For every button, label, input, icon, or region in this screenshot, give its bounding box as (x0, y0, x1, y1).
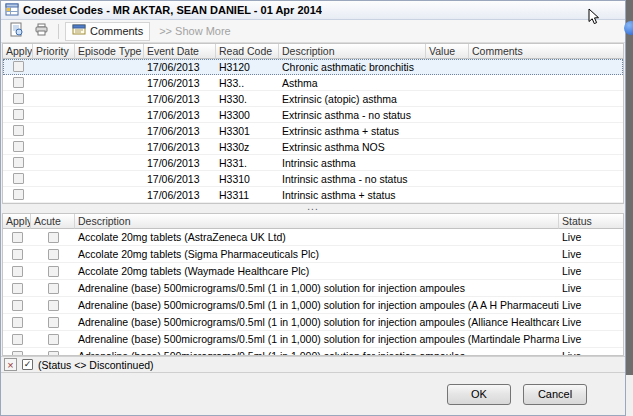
apply-cell (3, 280, 31, 296)
read-code-cell: H3300 (216, 107, 279, 122)
apply-checkbox[interactable] (13, 109, 24, 120)
apply-checkbox[interactable] (13, 93, 24, 104)
episode-type-cell (75, 91, 144, 106)
status-cell: Live (559, 348, 623, 355)
comments-cell (469, 139, 623, 154)
filter-label: (Status <> Discontinued) (38, 359, 154, 371)
drug-table-row[interactable]: Accolate 20mg tablets (Sigma Pharmaceuti… (3, 246, 623, 263)
codes-column-header-priority[interactable]: Priority (33, 44, 75, 59)
description-cell: Extrinsic (atopic) asthma (279, 91, 426, 106)
status-cell: Live (559, 314, 623, 330)
comments-button[interactable]: Comments (65, 22, 150, 41)
drugs-column-header-status[interactable]: Status (559, 214, 623, 229)
codes-column-header-episode-type[interactable]: Episode Type (75, 44, 144, 59)
acute-checkbox[interactable] (48, 249, 59, 260)
document-icon (9, 22, 24, 40)
apply-checkbox[interactable] (13, 125, 24, 136)
grid-splitter[interactable]: ... (2, 204, 624, 213)
comments-icon (72, 23, 86, 39)
preview-button[interactable] (5, 21, 27, 41)
apply-checkbox[interactable] (13, 77, 24, 88)
apply-checkbox[interactable] (12, 334, 23, 345)
codes-table-row[interactable]: 17/06/2013H3310Intrinsic asthma - no sta… (3, 171, 623, 187)
codes-table-row[interactable]: 17/06/2013H330.Extrinsic (atopic) asthma (3, 91, 623, 107)
title-bar[interactable]: Codeset Codes - MR AKTAR, SEAN DANIEL - … (1, 1, 625, 20)
description-cell: Intrinsic asthma + status (279, 187, 426, 202)
acute-checkbox[interactable] (48, 351, 59, 356)
codes-table-row[interactable]: 17/06/2013H3300Extrinsic asthma - no sta… (3, 107, 623, 123)
apply-cell (3, 155, 33, 170)
episode-type-cell (75, 75, 144, 90)
apply-checkbox[interactable] (13, 61, 24, 72)
drug-table-row[interactable]: Accolate 20mg tablets (Waymade Healthcar… (3, 263, 623, 280)
comments-cell (469, 171, 623, 186)
codes-table-row[interactable]: 17/06/2013H330zExtrinsic asthma NOS (3, 139, 623, 155)
apply-cell (3, 59, 33, 74)
window-icon (5, 3, 19, 17)
acute-cell (31, 331, 75, 347)
codes-table-row[interactable]: 17/06/2013H3301Extrinsic asthma + status (3, 123, 623, 139)
drugs-column-header-acute[interactable]: Acute (31, 214, 75, 229)
codes-table-row[interactable]: 17/06/2013H331.Intrinsic asthma (3, 155, 623, 171)
codes-column-header-comments[interactable]: Comments (469, 44, 623, 59)
description-cell: Adrenaline (base) 500micrograms/0.5ml (1… (75, 314, 559, 330)
event-date-cell: 17/06/2013 (144, 155, 216, 170)
codeset-codes-dialog: Codeset Codes - MR AKTAR, SEAN DANIEL - … (0, 0, 626, 416)
acute-cell (31, 229, 75, 245)
description-cell: Intrinsic asthma - no status (279, 171, 426, 186)
ok-button[interactable]: OK (447, 384, 511, 405)
comments-cell (469, 187, 623, 202)
codes-column-header-event-date[interactable]: Event Date (144, 44, 216, 59)
status-cell: Live (559, 263, 623, 279)
status-cell: Live (559, 297, 623, 313)
acute-checkbox[interactable] (48, 334, 59, 345)
acute-cell (31, 263, 75, 279)
description-cell: Adrenaline (base) 500micrograms/0.5ml (1… (75, 297, 559, 313)
print-button[interactable] (30, 21, 52, 41)
read-code-cell: H330. (216, 91, 279, 106)
drug-table-row[interactable]: Accolate 20mg tablets (AstraZeneca UK Lt… (3, 229, 623, 246)
drugs-column-header-description[interactable]: Description (75, 214, 559, 229)
acute-checkbox[interactable] (48, 317, 59, 328)
remove-filter-button[interactable]: × (4, 358, 17, 371)
description-cell: Adrenaline (base) 500micrograms/0.5ml (1… (75, 348, 559, 355)
drugs-column-header-apply[interactable]: Apply (3, 214, 31, 229)
episode-type-cell (75, 107, 144, 122)
comments-cell (469, 75, 623, 90)
codes-column-header-apply[interactable]: Apply (3, 44, 33, 59)
drug-table-row[interactable]: Adrenaline (base) 500micrograms/0.5ml (1… (3, 280, 623, 297)
description-cell: Intrinsic asthma (279, 155, 426, 170)
codes-column-header-read-code[interactable]: Read Code (216, 44, 279, 59)
apply-checkbox[interactable] (12, 249, 23, 260)
acute-checkbox[interactable] (48, 300, 59, 311)
apply-checkbox[interactable] (12, 300, 23, 311)
apply-checkbox[interactable] (13, 189, 24, 200)
apply-checkbox[interactable] (12, 317, 23, 328)
acute-checkbox[interactable] (48, 283, 59, 294)
apply-checkbox[interactable] (12, 232, 23, 243)
codes-table-row[interactable]: 17/06/2013H33..Asthma (3, 75, 623, 91)
comments-cell (469, 123, 623, 138)
apply-checkbox[interactable] (12, 266, 23, 277)
drug-table-row[interactable]: Adrenaline (base) 500micrograms/0.5ml (1… (3, 314, 623, 331)
acute-checkbox[interactable] (48, 232, 59, 243)
drug-table-row[interactable]: Adrenaline (base) 500micrograms/0.5ml (1… (3, 297, 623, 314)
codes-column-header-description[interactable]: Description (279, 44, 426, 59)
apply-checkbox[interactable] (13, 141, 24, 152)
filter-checkbox[interactable]: ✓ (22, 359, 33, 370)
cancel-button[interactable]: Cancel (523, 384, 587, 405)
apply-cell (3, 229, 31, 245)
apply-checkbox[interactable] (12, 351, 23, 356)
apply-checkbox[interactable] (13, 157, 24, 168)
comments-cell (469, 59, 623, 74)
show-more-link[interactable]: >> Show More (159, 25, 231, 37)
apply-checkbox[interactable] (13, 173, 24, 184)
codes-table-row[interactable]: 17/06/2013H3120Chronic asthmatic bronchi… (3, 59, 623, 75)
drug-table-row[interactable]: Adrenaline (base) 500micrograms/0.5ml (1… (3, 331, 623, 348)
acute-checkbox[interactable] (48, 266, 59, 277)
drug-table-row[interactable]: Adrenaline (base) 500micrograms/0.5ml (1… (3, 348, 623, 355)
apply-checkbox[interactable] (12, 283, 23, 294)
apply-cell (3, 171, 33, 186)
toolbar-separator (58, 24, 59, 39)
codes-column-header-value[interactable]: Value (426, 44, 469, 59)
